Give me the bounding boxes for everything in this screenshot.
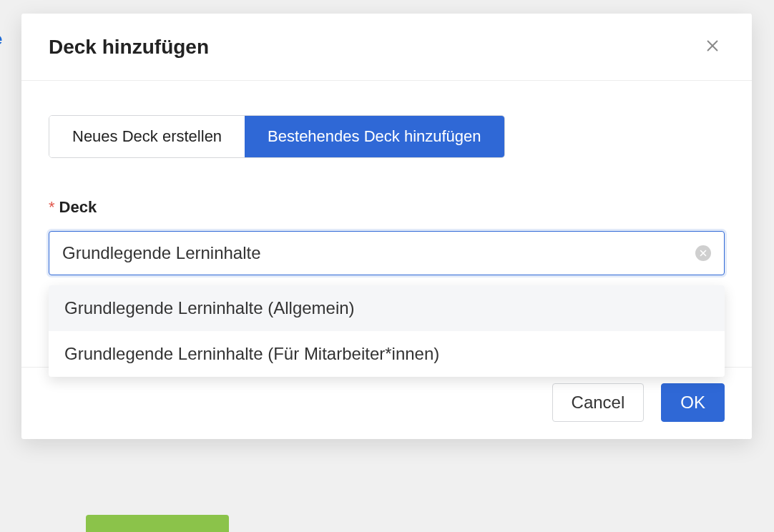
deck-search-input[interactable] (62, 232, 695, 275)
modal-header: Deck hinzufügen (21, 14, 752, 81)
deck-field-label: *Deck (49, 198, 725, 217)
background-text-hint: le (0, 30, 2, 49)
deck-mode-tabs: Neues Deck erstellen Bestehendes Deck hi… (49, 115, 505, 158)
modal-title: Deck hinzufügen (49, 36, 209, 59)
deck-select[interactable] (49, 231, 725, 275)
tab-new-deck[interactable]: Neues Deck erstellen (49, 116, 245, 157)
modal-footer: Cancel OK (21, 367, 752, 439)
required-asterisk: * (49, 198, 55, 216)
deck-option[interactable]: Grundlegende Lerninhalte (Für Mitarbeite… (49, 331, 725, 377)
ok-button[interactable]: OK (661, 383, 725, 422)
close-button[interactable] (700, 34, 725, 60)
close-icon (705, 38, 720, 56)
deck-options-dropdown: Grundlegende Lerninhalte (Allgemein) Gru… (49, 285, 725, 377)
deck-option[interactable]: Grundlegende Lerninhalte (Allgemein) (49, 285, 725, 331)
background-chip (86, 515, 229, 532)
modal-body: Neues Deck erstellen Bestehendes Deck hi… (21, 81, 752, 367)
cancel-button[interactable]: Cancel (552, 383, 645, 422)
add-deck-modal: Deck hinzufügen Neues Deck erstellen Bes… (21, 14, 752, 439)
clear-input-button[interactable] (695, 245, 711, 261)
tab-existing-deck[interactable]: Bestehendes Deck hinzufügen (245, 116, 504, 157)
clear-icon (700, 248, 707, 259)
